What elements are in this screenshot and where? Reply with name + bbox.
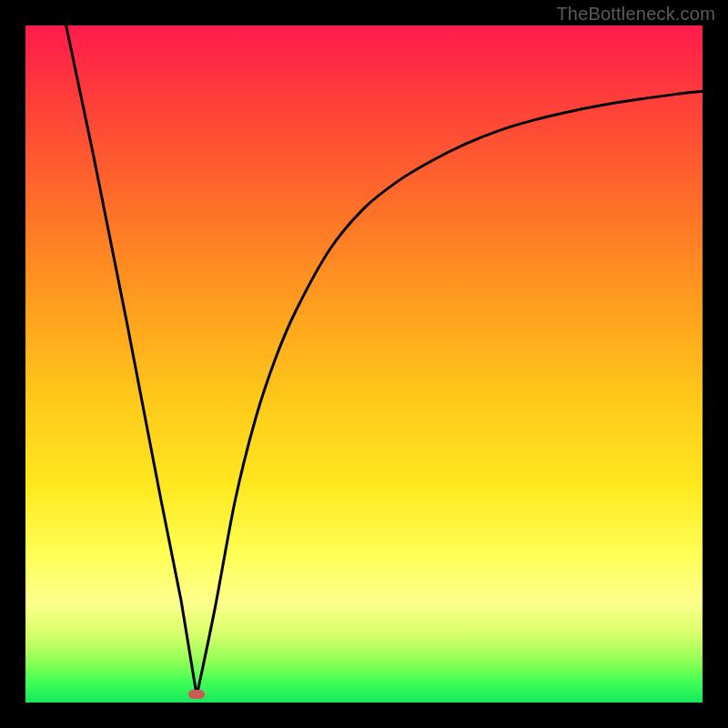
attribution-label: TheBottleneck.com: [556, 4, 715, 25]
optimum-marker: [188, 690, 205, 699]
curve-layer: [25, 25, 703, 703]
chart-frame: TheBottleneck.com: [0, 0, 728, 728]
plot-area: [25, 25, 703, 703]
bottleneck-curve: [66, 25, 703, 696]
